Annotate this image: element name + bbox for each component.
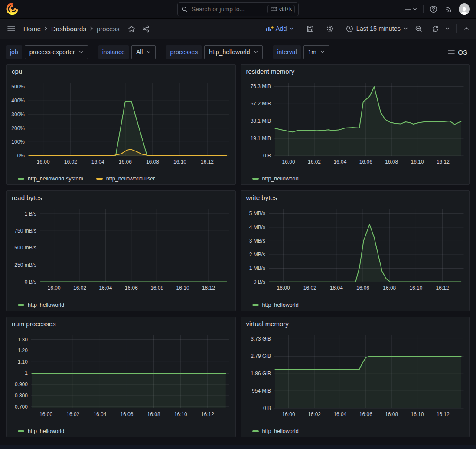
panel-resident-memory: resident memory 0 B19.1 MiB38.1 MiB57.2 … (241, 64, 470, 185)
news-rss-button[interactable] (443, 4, 454, 15)
chevron-down-icon (289, 26, 293, 31)
panel-title[interactable]: resident memory (246, 68, 466, 75)
svg-text:0%: 0% (17, 153, 25, 159)
svg-text:16:04: 16:04 (91, 159, 104, 165)
svg-text:16:12: 16:12 (436, 285, 449, 291)
chart-svg[interactable]: 0 B954 MiB1.86 GiB2.79 GiB3.73 GiB16:001… (245, 332, 466, 419)
legend-item[interactable]: http_helloworld (252, 428, 299, 434)
panel-read-bytes: read bytes 0 B/s250 mB/s500 mB/s750 mB/s… (6, 190, 236, 311)
svg-text:16:12: 16:12 (202, 285, 215, 291)
favorite-star-button[interactable] (126, 23, 137, 34)
breadcrumb-home[interactable]: Home (23, 25, 41, 33)
legend-item[interactable]: http_helloworld (18, 428, 64, 434)
svg-text:0 B/s: 0 B/s (25, 279, 36, 285)
svg-text:16:10: 16:10 (173, 159, 186, 165)
panel-grid: cpu 0%100%200%300%400%500%16:0016:0216:0… (0, 64, 476, 437)
svg-text:16:06: 16:06 (119, 159, 132, 165)
svg-text:16:00: 16:00 (48, 285, 61, 291)
legend-label: http_helloworld-user (106, 176, 155, 182)
time-range-picker[interactable]: Last 15 minutes (343, 23, 411, 34)
chevron-right-icon (44, 26, 48, 31)
legend-item[interactable]: http_helloworld-user (96, 176, 155, 182)
svg-text:1.86 GiB: 1.86 GiB (251, 370, 271, 377)
svg-text:16:02: 16:02 (303, 285, 316, 291)
svg-text:16:08: 16:08 (383, 285, 396, 291)
refresh-button[interactable] (430, 23, 441, 34)
panel-title[interactable]: virtual memory (246, 320, 466, 328)
variable-select-instance[interactable]: All (131, 45, 156, 59)
svg-text:16:10: 16:10 (176, 285, 189, 291)
help-button[interactable] (428, 3, 439, 15)
svg-text:16:06: 16:06 (356, 285, 369, 291)
chart-write-bytes[interactable]: 0 B/s1 MB/s2 MB/s3 MB/s4 MB/s5 MB/s16:00… (245, 206, 466, 292)
panel-title[interactable]: write bytes (246, 194, 466, 201)
chevron-down-icon (320, 50, 325, 54)
legend-label: http_helloworld (262, 176, 299, 182)
svg-text:16:04: 16:04 (329, 285, 342, 291)
breadcrumb-dashboards[interactable]: Dashboards (51, 25, 86, 33)
legend-item[interactable]: http_helloworld (252, 176, 299, 182)
grafana-logo-icon[interactable] (6, 3, 18, 16)
zoom-out-time-button[interactable] (413, 23, 424, 34)
chart-svg[interactable]: 0 B19.1 MiB38.1 MiB57.2 MiB76.3 MiB16:00… (245, 79, 466, 166)
legend: http_helloworld (10, 302, 232, 308)
save-dashboard-button[interactable] (305, 23, 316, 34)
collapse-toolbar-button[interactable] (462, 25, 471, 33)
legend-swatch (96, 178, 103, 180)
svg-text:16:04: 16:04 (93, 411, 106, 417)
legend-item[interactable]: http_helloworld (18, 302, 64, 308)
svg-text:16:08: 16:08 (150, 285, 163, 291)
new-button[interactable] (403, 4, 419, 14)
svg-text:16:00: 16:00 (277, 285, 290, 291)
legend-item[interactable]: http_helloworld (252, 302, 299, 308)
panel-title[interactable]: num processes (12, 320, 232, 328)
share-button[interactable] (140, 23, 151, 34)
legend-item[interactable]: http_helloworld-system (18, 176, 83, 182)
time-range-label: Last 15 minutes (356, 25, 401, 32)
variable-label-job: job (6, 45, 22, 59)
variable-select-interval[interactable]: 1m (303, 45, 329, 59)
chart-svg[interactable]: 0.7000.8000.90011.101.201.3016:0016:0216… (10, 332, 232, 419)
svg-text:500%: 500% (11, 84, 25, 90)
chart-resident-memory[interactable]: 0 B19.1 MiB38.1 MiB57.2 MiB76.3 MiB16:00… (245, 79, 466, 166)
svg-text:16:12: 16:12 (201, 159, 214, 165)
chart-num-processes[interactable]: 0.7000.8000.90011.101.201.3016:0016:0216… (10, 332, 232, 419)
variable-select-processes[interactable]: http_helloworld (204, 45, 263, 59)
chart-svg[interactable]: 0 B/s1 MB/s2 MB/s3 MB/s4 MB/s5 MB/s16:00… (245, 206, 466, 292)
search-icon (181, 6, 188, 13)
svg-text:300%: 300% (11, 111, 25, 118)
svg-text:16:12: 16:12 (436, 411, 449, 417)
avatar[interactable] (459, 3, 470, 15)
search-box[interactable]: ctrl+k (177, 2, 299, 16)
chart-virtual-memory[interactable]: 0 B954 MiB1.86 GiB2.79 GiB3.73 GiB16:001… (245, 332, 466, 419)
dashboard-settings-button[interactable] (324, 23, 336, 34)
svg-text:1 B/s: 1 B/s (25, 211, 36, 217)
chart-read-bytes[interactable]: 0 B/s250 mB/s500 mB/s750 mB/s1 B/s16:001… (10, 206, 232, 292)
add-panel-button[interactable]: Add (263, 25, 296, 33)
panel-virtual-memory: virtual memory 0 B954 MiB1.86 GiB2.79 Gi… (241, 317, 470, 437)
chart-svg[interactable]: 0%100%200%300%400%500%16:0016:0216:0416:… (10, 79, 232, 166)
variable-select-job[interactable]: process-exporter (25, 45, 88, 59)
shortcut-label: ctrl+k (279, 6, 292, 12)
variable-job: job process-exporter (6, 45, 88, 59)
breadcrumb: Home Dashboards process (23, 25, 119, 33)
os-row-toggle[interactable]: OS (445, 48, 470, 56)
panel-title[interactable]: read bytes (12, 194, 232, 201)
panel-title[interactable]: cpu (12, 68, 232, 75)
svg-text:1.10: 1.10 (18, 359, 28, 365)
legend-label: http_helloworld (262, 428, 299, 434)
svg-text:954 MiB: 954 MiB (251, 388, 271, 394)
chart-svg[interactable]: 0 B/s250 mB/s500 mB/s750 mB/s1 B/s16:001… (10, 206, 232, 292)
refresh-interval-dropdown[interactable] (443, 25, 451, 33)
chart-cpu[interactable]: 0%100%200%300%400%500%16:0016:0216:0416:… (10, 79, 232, 166)
panel-cpu: cpu 0%100%200%300%400%500%16:0016:0216:0… (6, 64, 236, 185)
svg-text:16:00: 16:00 (282, 411, 295, 417)
divider (423, 5, 424, 13)
search-input[interactable] (191, 5, 264, 13)
chevron-down-icon (79, 50, 83, 54)
svg-text:3 MB/s: 3 MB/s (249, 238, 265, 244)
svg-text:16:10: 16:10 (409, 285, 422, 291)
list-icon (448, 49, 455, 55)
svg-text:38.1 MiB: 38.1 MiB (250, 118, 271, 124)
mega-menu-button[interactable] (5, 23, 17, 34)
